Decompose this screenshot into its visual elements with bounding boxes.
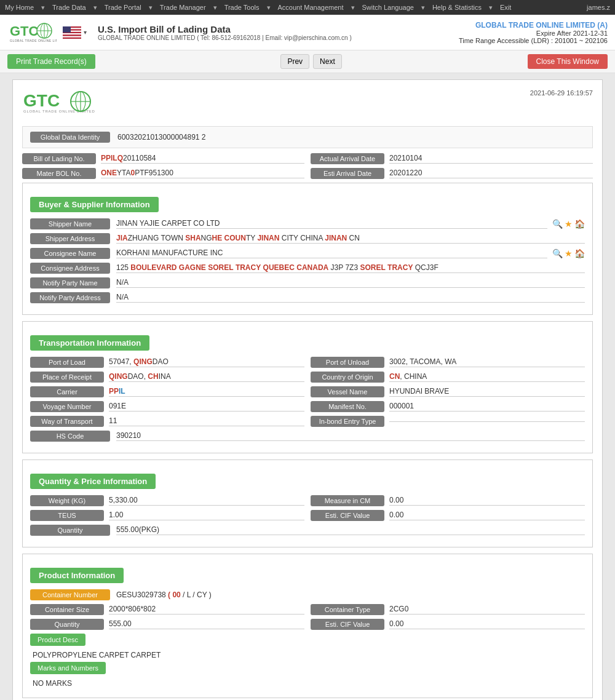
marks-numbers-button[interactable]: Marks and Numbers [30, 662, 106, 674]
master-bol-label: Mater BOL No. [22, 168, 96, 179]
consignee-name-label: Consignee Name [30, 248, 110, 259]
port-load-value: 57047, QINGDAO [109, 357, 304, 367]
page-title-area: U.S. Import Bill of Lading Data GLOBAL T… [98, 24, 352, 41]
search-icon[interactable]: 🔍 [552, 219, 563, 229]
svg-text:GTC: GTC [23, 91, 60, 110]
nav-trade-tools[interactable]: Trade Tools [224, 4, 260, 12]
product-esti-cif-item: Esti. CIF Value 0.00 [311, 619, 585, 630]
country-origin-label: Country of Origin [311, 372, 384, 383]
notify-party-name-row: Notify Party Name N/A [30, 277, 585, 288]
toolbar-left: Print Trade Record(s) [7, 54, 95, 69]
range-info: Time Range Accessible (LDR) : 201001 ~ 2… [459, 37, 608, 44]
container-number-row: Container Number GESU3029738 ( 00 / L / … [30, 589, 585, 600]
nav-switch-language[interactable]: Switch Language [362, 4, 414, 12]
receipt-origin-row: Place of Receipt QINGDAO, CHINA Country … [30, 372, 585, 383]
nav-trade-portal[interactable]: Trade Portal [105, 4, 141, 12]
weight-value: 5,330.00 [109, 496, 304, 506]
qty-price-section: Quantity & Price Information Weight (KG)… [22, 459, 593, 547]
bol-label: Bill of Lading No. [22, 153, 96, 164]
measure-label: Measure in CM [311, 495, 384, 506]
consignee-home-icon[interactable]: 🏠 [574, 249, 585, 258]
svg-rect-12 [63, 26, 71, 33]
consignee-address-row: Consignee Address 125 BOULEVARD GAGNE SO… [30, 263, 585, 274]
container-size-type-row: Container Size 2000*806*802 Container Ty… [30, 604, 585, 615]
weight-item: Weight (KG) 5,330.00 [30, 495, 304, 506]
nav-trade-manager[interactable]: Trade Manager [160, 4, 206, 12]
inbond-item: In-bond Entry Type [311, 416, 585, 427]
esti-arrival-value: 20201220 [389, 169, 593, 178]
port-load-label: Port of Load [30, 357, 104, 368]
buyer-supplier-section: Buyer & Supplier Information Shipper Nam… [22, 183, 593, 315]
port-load-item: Port of Load 57047, QINGDAO [30, 357, 304, 368]
place-receipt-item: Place of Receipt QINGDAO, CHINA [30, 372, 304, 383]
esti-arrival-item: Esti Arrival Date 20201220 [311, 168, 593, 179]
doc-datetime: 2021-06-29 16:19:57 [530, 89, 593, 97]
shipper-address-value: JIAZHUANG TOWN SHANGHE COUNTY JINAN CITY… [116, 234, 585, 244]
global-data-identity-label: Global Data Identity [30, 132, 110, 143]
container-type-value: 2CG0 [389, 605, 585, 614]
carrier-value: PPIL [109, 387, 304, 397]
consignee-star-icon[interactable]: ★ [565, 249, 573, 258]
weight-label: Weight (KG) [30, 495, 104, 506]
teus-cif-row: TEUS 1.00 Esti. CIF Value 0.00 [30, 510, 585, 521]
manifest-label: Manifest No. [311, 401, 384, 412]
nav-my-home[interactable]: My Home [5, 4, 34, 12]
flag-selector[interactable]: ▾ [63, 26, 87, 39]
quantity-row: Quantity 555.00(PKG) [30, 525, 585, 536]
port-unload-value: 3002, TACOMA, WA [389, 357, 585, 367]
quantity-label: Quantity [30, 525, 110, 536]
master-bol-item: Mater BOL No. ONEYTA0PTF951300 [22, 168, 304, 179]
shipper-address-label: Shipper Address [30, 233, 110, 244]
next-button[interactable]: Next [313, 54, 342, 69]
doc-header: GTC GLOBAL TRADE ONLINE LIMITED 2021-06-… [22, 89, 593, 117]
container-number-label: Container Number [30, 589, 110, 600]
close-button[interactable]: Close This Window [528, 54, 608, 69]
header-left: GTC GLOBAL TRADE ONLINE LIMITED ▾ U [7, 18, 352, 46]
print-button[interactable]: Print Trade Record(s) [7, 54, 95, 69]
actual-arrival-item: Actual Arrival Date 20210104 [311, 153, 593, 164]
voyage-value: 091E [109, 402, 304, 412]
star-icon[interactable]: ★ [565, 219, 573, 229]
container-size-value: 2000*806*802 [109, 605, 304, 614]
home-icon[interactable]: 🏠 [574, 219, 585, 229]
consignee-icons: 🔍 ★ 🏠 [552, 249, 585, 258]
nav-account-management[interactable]: Account Management [278, 4, 344, 12]
port-unload-label: Port of Unload [311, 357, 384, 368]
transport-section: Transportation Information Port of Load … [22, 321, 593, 453]
actual-arrival-label: Actual Arrival Date [311, 153, 384, 164]
logo: GTC GLOBAL TRADE ONLINE LIMITED [7, 18, 57, 46]
product-section-header: Product Information [30, 568, 124, 583]
toolbar-top: Print Trade Record(s) Prev Next Close Th… [0, 50, 615, 73]
page-subtitle: GLOBAL TRADE ONLINE LIMITED ( Tel: 86-51… [98, 34, 352, 41]
document-card: GTC GLOBAL TRADE ONLINE LIMITED 2021-06-… [12, 79, 603, 700]
transport-header: Transportation Information [30, 335, 149, 351]
product-desc-button[interactable]: Product Desc [30, 634, 85, 646]
consignee-address-label: Consignee Address [30, 263, 110, 274]
container-type-label: Container Type [311, 604, 384, 615]
svg-rect-10 [63, 33, 81, 34]
nav-exit[interactable]: Exit [500, 4, 511, 12]
consignee-name-value: KORHANI MANUFACTURE INC [116, 249, 547, 258]
hs-code-value: 390210 [116, 431, 585, 441]
transport-inbond-row: Way of Transport 11 In-bond Entry Type [30, 416, 585, 427]
shipper-icons: 🔍 ★ 🏠 [552, 219, 585, 229]
hs-code-row: HS Code 390210 [30, 431, 585, 442]
consignee-search-icon[interactable]: 🔍 [552, 249, 563, 258]
bol-row: Bill of Lading No. PPILQ20110584 Actual … [22, 153, 593, 164]
expire-info: Expire After 2021-12-31 [459, 30, 608, 37]
nav-trade-data[interactable]: Trade Data [52, 4, 86, 12]
top-nav: My Home ▾ Trade Data ▾ Trade Portal ▾ Tr… [0, 0, 615, 15]
esti-cif-value: 0.00 [389, 511, 585, 520]
svg-text:GTC: GTC [10, 23, 39, 39]
global-data-identity-value: 60032021013000004891 2 [117, 133, 205, 141]
master-bol-value: ONEYTA0PTF951300 [101, 169, 304, 178]
master-bol-row: Mater BOL No. ONEYTA0PTF951300 Esti Arri… [22, 168, 593, 179]
notify-party-address-label: Notify Party Address [30, 292, 110, 303]
main-content: GTC GLOBAL TRADE ONLINE LIMITED 2021-06-… [0, 73, 615, 700]
product-esti-cif-label: Esti. CIF Value [311, 619, 384, 630]
qty-price-header: Quantity & Price Information [30, 474, 156, 489]
prev-button[interactable]: Prev [280, 54, 309, 69]
container-number-value: GESU3029738 ( 00 / L / CY ) [116, 591, 212, 599]
nav-help-statistics[interactable]: Help & Statistics [432, 4, 482, 12]
way-transport-label: Way of Transport [30, 416, 104, 427]
